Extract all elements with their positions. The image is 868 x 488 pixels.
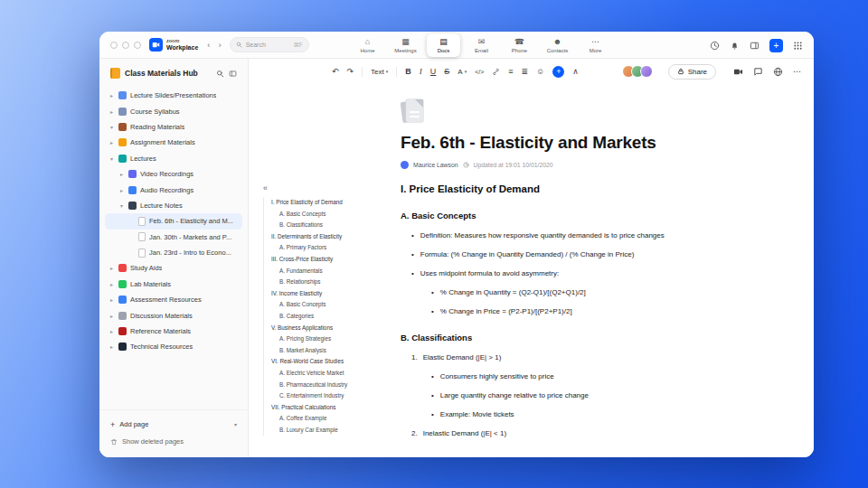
video-camera-icon[interactable] bbox=[733, 67, 743, 77]
new-plus-button[interactable]: + bbox=[769, 39, 783, 52]
bullet-item[interactable]: •Definition: Measures how responsive qua… bbox=[401, 231, 708, 240]
doc-title[interactable]: Feb. 6th - Elasticity and Markets bbox=[401, 133, 708, 153]
more-options-button[interactable]: ⋯ bbox=[793, 68, 801, 76]
comments-icon[interactable] bbox=[753, 67, 763, 77]
sidebar-collapse-icon[interactable] bbox=[229, 70, 237, 78]
outline-item[interactable]: C. Entertainment Industry bbox=[271, 390, 368, 402]
collaborator-avatar[interactable] bbox=[640, 65, 653, 78]
undo-button[interactable]: ↶ bbox=[332, 68, 339, 76]
code-button[interactable]: </> bbox=[475, 69, 484, 75]
close-button[interactable] bbox=[110, 42, 118, 49]
chevron-right-icon[interactable]: ▸ bbox=[108, 281, 115, 287]
sidebar-item[interactable]: ▸Assessment Resources bbox=[105, 292, 242, 307]
outline-item[interactable]: A. Basic Concepts bbox=[271, 299, 368, 311]
collapse-toolbar-button[interactable]: ∧ bbox=[572, 68, 579, 76]
bullet-item[interactable]: •Consumers highly sensitive to price bbox=[401, 372, 708, 381]
sidebar-item[interactable]: ▸Course Syllabus bbox=[105, 103, 242, 118]
sidebar-item[interactable]: Jan. 30th - Markets and P... bbox=[105, 230, 242, 245]
outline-item[interactable]: A. Basic Concepts bbox=[271, 209, 368, 221]
outline-item[interactable]: B. Relationships bbox=[271, 277, 368, 288]
back-button[interactable]: ‹ bbox=[207, 40, 210, 50]
bullet-item[interactable]: •Formula: (% Change in Quantity Demanded… bbox=[401, 250, 708, 259]
search-input[interactable] bbox=[246, 42, 284, 48]
chevron-right-icon[interactable]: ▸ bbox=[108, 328, 115, 334]
sidebar-panel-icon[interactable] bbox=[750, 41, 760, 51]
show-deleted-pages-button[interactable]: Show deleted pages bbox=[110, 435, 237, 448]
text-style-dropdown[interactable]: Text ▾ bbox=[371, 68, 388, 76]
forward-button[interactable]: › bbox=[218, 40, 221, 50]
tab-home[interactable]: ⌂Home bbox=[351, 33, 384, 57]
chevron-right-icon[interactable]: ▸ bbox=[108, 108, 115, 115]
language-globe-icon[interactable] bbox=[773, 67, 783, 77]
outline-item[interactable]: B. Market Analysis bbox=[271, 345, 368, 357]
redo-button[interactable]: ↷ bbox=[347, 68, 354, 76]
outline-item[interactable]: VI. Real-World Case Studies bbox=[271, 356, 368, 368]
sidebar-item[interactable]: ▸Reference Materials bbox=[105, 324, 242, 339]
chevron-down-icon[interactable]: ▾ bbox=[118, 202, 125, 209]
chevron-right-icon[interactable]: ▸ bbox=[108, 343, 115, 350]
maximize-button[interactable] bbox=[134, 42, 141, 49]
apps-grid-icon[interactable] bbox=[793, 41, 803, 51]
outline-item[interactable]: B. Categories bbox=[271, 311, 368, 323]
outline-item[interactable]: A. Fundamentals bbox=[271, 266, 368, 277]
chevron-right-icon[interactable]: ▸ bbox=[108, 313, 115, 319]
sidebar-item[interactable]: ▾Lectures bbox=[105, 151, 242, 166]
tab-docs[interactable]: ▤Docs bbox=[427, 33, 460, 57]
strikethrough-button[interactable]: S bbox=[444, 68, 449, 76]
sidebar-item[interactable]: ▸Audio Recordings bbox=[105, 182, 242, 197]
text-color-button[interactable]: A ▾ bbox=[458, 68, 467, 76]
bullet-item[interactable]: •Large quantity change relative to price… bbox=[401, 391, 708, 400]
notifications-bell-icon[interactable] bbox=[730, 41, 740, 51]
sidebar-search-icon[interactable] bbox=[216, 70, 224, 78]
align-button[interactable]: ≣ bbox=[522, 68, 529, 76]
bullet-item[interactable]: •Example: Movie tickets bbox=[401, 410, 708, 419]
outline-item[interactable]: III. Cross-Price Elasticity bbox=[271, 254, 368, 266]
bullet-item[interactable]: •% Change in Price = (P2-P1)/[(P2+P1)/2] bbox=[401, 307, 708, 316]
emoji-button[interactable]: ☺ bbox=[536, 68, 544, 76]
outline-item[interactable]: VII. Practical Calculations bbox=[271, 402, 368, 414]
outline-item[interactable]: I. Price Elasticity of Demand bbox=[271, 197, 368, 209]
outline-item[interactable]: A. Pricing Strategies bbox=[271, 333, 368, 345]
outline-item[interactable]: II. Determinants of Elasticity bbox=[271, 231, 368, 243]
chevron-right-icon[interactable]: ▸ bbox=[108, 92, 115, 99]
chevron-down-icon[interactable]: ▾ bbox=[108, 155, 115, 162]
underline-button[interactable]: U bbox=[430, 68, 437, 76]
numbered-item[interactable]: 1.Elastic Demand (|E| > 1) bbox=[401, 353, 708, 362]
chevron-right-icon[interactable]: ▸ bbox=[118, 171, 125, 177]
sidebar-item[interactable]: ▾Lecture Notes bbox=[105, 198, 242, 213]
bullet-list-button[interactable]: ≡ bbox=[508, 68, 513, 76]
sidebar-item[interactable]: ▸Lab Materials bbox=[105, 277, 242, 292]
doc-heading-1[interactable]: I. Price Elasticity of Demand bbox=[401, 183, 708, 194]
chevron-right-icon[interactable]: ▸ bbox=[108, 296, 115, 303]
global-search[interactable]: ⌘F bbox=[230, 37, 309, 52]
tab-more[interactable]: ⋯More bbox=[579, 33, 612, 57]
bullet-item[interactable]: •Uses midpoint formula to avoid asymmetr… bbox=[401, 269, 708, 278]
chevron-right-icon[interactable]: ▸ bbox=[108, 139, 115, 145]
outline-item[interactable]: A. Coffee Example bbox=[271, 413, 368, 425]
outline-item[interactable]: V. Business Applications bbox=[271, 323, 368, 334]
sidebar-item[interactable]: ▸Lecture Slides/Presentations bbox=[105, 88, 242, 103]
italic-button[interactable]: I bbox=[420, 68, 422, 76]
sidebar-item[interactable]: ▸Video Recordings bbox=[105, 166, 242, 182]
sidebar-item[interactable]: Jan. 23rd - Intro to Econo... bbox=[105, 245, 242, 260]
sidebar-item[interactable]: ▸Study Aids bbox=[105, 260, 242, 276]
chevron-down-icon[interactable]: ▾ bbox=[108, 124, 115, 130]
doc-heading-2[interactable]: B. Classifications bbox=[401, 333, 708, 343]
sidebar-item[interactable]: ▸Technical Resources bbox=[105, 339, 242, 354]
sidebar-item[interactable]: Feb. 6th - Elasticity and M... bbox=[105, 213, 242, 229]
tab-meetings[interactable]: ▦Meetings bbox=[389, 33, 422, 57]
outline-item[interactable]: A. Electric Vehicle Market bbox=[271, 368, 368, 380]
chevron-down-icon[interactable]: ▾ bbox=[234, 421, 237, 427]
sidebar-item[interactable]: ▸Assignment Materials bbox=[105, 135, 242, 150]
outline-item[interactable]: B. Pharmaceutical Industry bbox=[271, 380, 368, 391]
chevron-right-icon[interactable]: ▸ bbox=[108, 265, 115, 271]
bullet-item[interactable]: •% Change in Quantity = (Q2-Q1)/[(Q2+Q1)… bbox=[401, 288, 708, 297]
add-page-button[interactable]: + Add page ▾ bbox=[110, 418, 237, 431]
bold-button[interactable]: B bbox=[405, 68, 411, 76]
clock-icon[interactable] bbox=[710, 41, 720, 51]
tab-phone[interactable]: ☎Phone bbox=[503, 33, 536, 57]
share-button[interactable]: Share bbox=[668, 64, 716, 80]
minimize-button[interactable] bbox=[122, 42, 129, 49]
doc-heading-2[interactable]: A. Basic Concepts bbox=[401, 211, 708, 221]
outline-item[interactable]: IV. Income Elasticity bbox=[271, 288, 368, 300]
